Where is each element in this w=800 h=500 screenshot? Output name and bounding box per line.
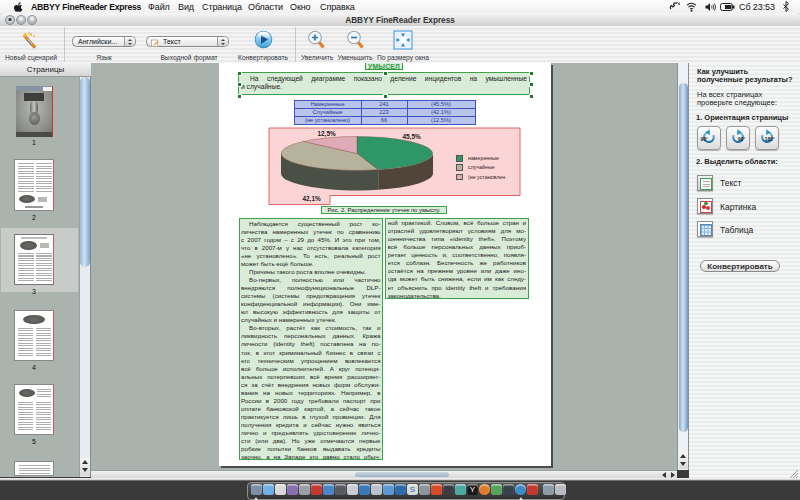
svg-text:90°: 90° — [738, 137, 745, 142]
svg-text:180°: 180° — [765, 137, 775, 142]
svg-text:90°: 90° — [701, 137, 708, 142]
